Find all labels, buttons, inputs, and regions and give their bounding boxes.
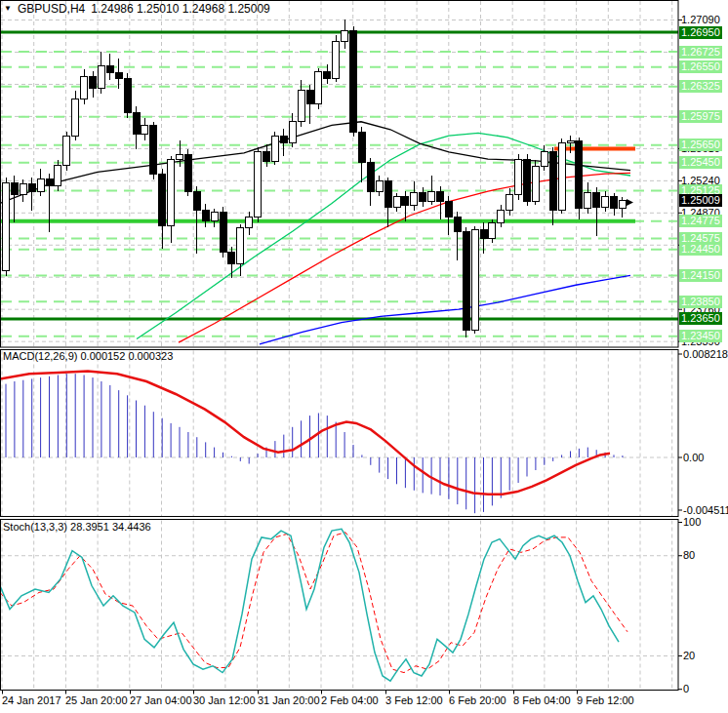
moving-averages [0, 122, 630, 344]
time-axis-label: 25 Jan 20:00 [65, 694, 128, 706]
macd-axis-label: 0.008218 [681, 348, 728, 361]
price-pointer-icon [627, 199, 633, 206]
symbol-name: GBPUSD,H4 [18, 2, 85, 16]
time-axis-label: 6 Feb 20:00 [449, 694, 506, 706]
price-axis-label: 1.24150 [679, 269, 722, 282]
macd-axis-label: 0.00 [681, 452, 706, 464]
price-axis-label: 1.26950 [679, 26, 722, 39]
stoch-indicator-label: Stoch(13,3,3) 28.3951 34.4436 [3, 521, 151, 533]
price-axis-label: 1.23450 [679, 330, 722, 342]
time-axis-label: 8 Feb 04:00 [513, 694, 571, 706]
dropdown-arrow-icon[interactable]: ▼ [4, 3, 12, 15]
time-axis-label: 9 Feb 12:00 [577, 694, 634, 706]
price-axis-label: 1.25650 [679, 139, 722, 151]
stoch-panel [0, 529, 677, 681]
chart-window: ▼ GBPUSD,H4 1.24986 1.25010 1.24968 1.25… [0, 0, 728, 713]
macd-panel [0, 372, 677, 514]
price-pointer [627, 199, 633, 206]
time-axis-label: 30 Jan 12:00 [193, 694, 256, 706]
vertical-gridlines [2, 1, 672, 690]
price-axis-label: 1.25450 [679, 156, 722, 169]
price-axis-label: 1.24775 [679, 215, 722, 227]
price-axis-label: 1.23650 [679, 312, 722, 325]
stoch-main-line [0, 529, 619, 681]
price-axis-label: 1.26725 [679, 46, 722, 59]
price-axis-label: 1.23850 [679, 296, 722, 308]
stoch-axis-label: 80 [681, 549, 697, 562]
price-axis-label: 1.26325 [679, 80, 722, 93]
time-axis-label: 31 Jan 20:00 [258, 694, 320, 706]
time-axis-label: 3 Feb 12:00 [385, 694, 443, 706]
price-axis-label: 1.24450 [679, 243, 722, 256]
macd-indicator-label: MACD(12,26,9) 0.000152 0.000323 [3, 350, 173, 362]
price-axis-label: 1.26550 [679, 60, 722, 73]
price-axis-label: 1.25975 [679, 110, 722, 123]
time-axis-label: 24 Jan 2017 [2, 694, 61, 706]
symbol-title: ▼ GBPUSD,H4 1.24986 1.25010 1.24968 1.25… [4, 2, 270, 16]
stoch-signal-line [0, 533, 627, 673]
stoch-axis-label: 100 [681, 516, 703, 529]
symbol-ohlc-values: 1.24986 1.25010 1.24968 1.25009 [91, 2, 270, 16]
stoch-axis-label: 0 [681, 683, 691, 695]
price-axis-label: 1.25009 [679, 194, 722, 207]
stoch-axis-label: 20 [681, 650, 697, 662]
time-axis-label: 2 Feb 04:00 [321, 694, 379, 706]
macd-axis-label: -0.004511 [681, 504, 728, 517]
price-axis-label: 1.27090 [679, 14, 722, 26]
time-axis-label: 27 Jan 04:00 [130, 694, 192, 706]
panel-borders [1, 1, 683, 694]
